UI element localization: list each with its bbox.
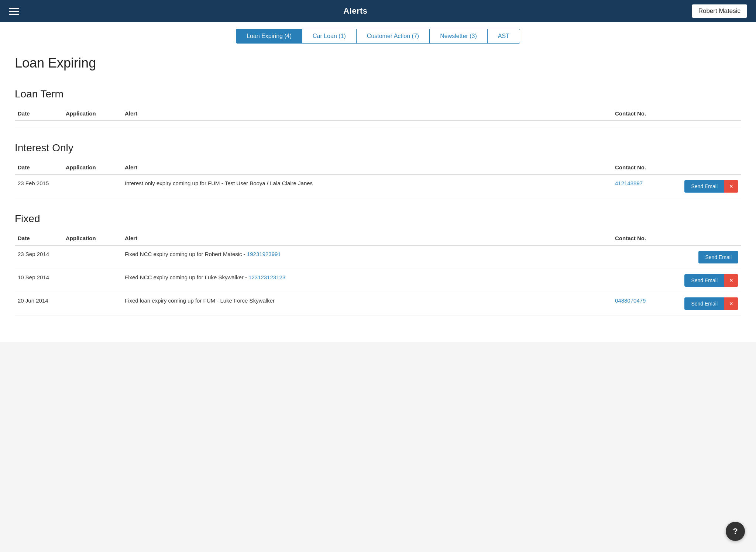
action-group: Send Email [674,251,738,263]
col-header-date-f: Date [15,231,63,245]
dismiss-button[interactable]: ✕ [724,274,738,287]
cell-alert: Interest only expiry coming up for FUM -… [122,175,612,198]
send-email-button[interactable]: Send Email [684,297,724,310]
col-header-alert-f: Alert [122,231,612,245]
user-badge[interactable]: Robert Matesic [692,4,747,18]
col-header-contact: Contact No. [612,107,671,121]
tab-newsletter[interactable]: Newsletter (3) [430,29,488,44]
col-header-action [671,107,741,121]
section-fixed: Fixed Date Application Alert Contact No.… [15,213,741,315]
cell-contact [612,269,671,292]
empty-row [15,121,741,127]
col-header-application-f: Application [63,231,122,245]
cell-action: Send Email ✕ [671,292,741,315]
dismiss-button[interactable]: ✕ [724,297,738,310]
tab-ast[interactable]: AST [488,29,520,44]
col-header-application-io: Application [63,161,122,175]
tab-customer-action[interactable]: Customer Action (7) [357,29,430,44]
cell-application [63,269,122,292]
main-content: Loan Expiring Loan Term Date Application… [0,44,756,342]
contact-link[interactable]: 0488070479 [615,297,646,304]
tabs-container: Loan Expiring (4) Car Loan (1) Customer … [236,29,520,44]
section-loan-term: Loan Term Date Application Alert Contact… [15,88,741,127]
cell-date: 10 Sep 2014 [15,269,63,292]
table-row: 23 Feb 2015 Interest only expiry coming … [15,175,741,198]
contact-link[interactable]: 412148897 [615,180,643,186]
cell-date: 20 Jun 2014 [15,292,63,315]
empty-cell [15,121,741,127]
table-row: 23 Sep 2014 Fixed NCC expiry coming up f… [15,245,741,269]
tabs-bar: Loan Expiring (4) Car Loan (1) Customer … [0,22,756,44]
section-title-interest-only: Interest Only [15,142,741,154]
col-header-date: Date [15,107,63,121]
header: Alerts Robert Matesic [0,0,756,22]
action-group: Send Email ✕ [674,297,738,310]
table-fixed: Date Application Alert Contact No. 23 Se… [15,231,741,315]
page-title: Loan Expiring [15,55,741,71]
alert-link[interactable]: 19231923991 [247,251,281,257]
cell-contact [612,245,671,269]
section-title-fixed: Fixed [15,213,741,225]
cell-application [63,245,122,269]
help-button[interactable]: ? [726,522,745,541]
tab-car-loan[interactable]: Car Loan (1) [302,29,357,44]
col-header-contact-io: Contact No. [612,161,671,175]
table-row: 10 Sep 2014 Fixed NCC expiry coming up f… [15,269,741,292]
table-interest-only: Date Application Alert Contact No. 23 Fe… [15,161,741,198]
cell-contact: 412148897 [612,175,671,198]
alert-link[interactable]: 123123123123 [248,274,285,280]
header-title: Alerts [343,6,367,16]
col-header-alert: Alert [122,107,612,121]
divider [15,77,741,77]
col-header-alert-io: Alert [122,161,612,175]
action-group: Send Email ✕ [674,180,738,193]
cell-date: 23 Sep 2014 [15,245,63,269]
send-email-button[interactable]: Send Email [684,180,724,193]
cell-alert: Fixed NCC expiry coming up for Robert Ma… [122,245,612,269]
col-header-contact-f: Contact No. [612,231,671,245]
menu-button[interactable] [9,8,19,15]
cell-action: Send Email ✕ [671,175,741,198]
cell-contact: 0488070479 [612,292,671,315]
action-group: Send Email ✕ [674,274,738,287]
send-email-button[interactable]: Send Email [684,274,724,287]
col-header-date-io: Date [15,161,63,175]
col-header-action-io [671,161,741,175]
table-row: 20 Jun 2014 Fixed loan expiry coming up … [15,292,741,315]
col-header-action-f [671,231,741,245]
tab-loan-expiring[interactable]: Loan Expiring (4) [236,29,302,44]
section-title-loan-term: Loan Term [15,88,741,100]
cell-application [63,292,122,315]
table-loan-term: Date Application Alert Contact No. [15,107,741,127]
col-header-application: Application [63,107,122,121]
cell-alert: Fixed NCC expiry coming up for Luke Skyw… [122,269,612,292]
dismiss-button[interactable]: ✕ [724,180,738,193]
cell-application [63,175,122,198]
section-interest-only: Interest Only Date Application Alert Con… [15,142,741,198]
cell-date: 23 Feb 2015 [15,175,63,198]
cell-action: Send Email ✕ [671,269,741,292]
cell-action: Send Email [671,245,741,269]
cell-alert: Fixed loan expiry coming up for FUM - Lu… [122,292,612,315]
send-email-button[interactable]: Send Email [698,251,738,263]
